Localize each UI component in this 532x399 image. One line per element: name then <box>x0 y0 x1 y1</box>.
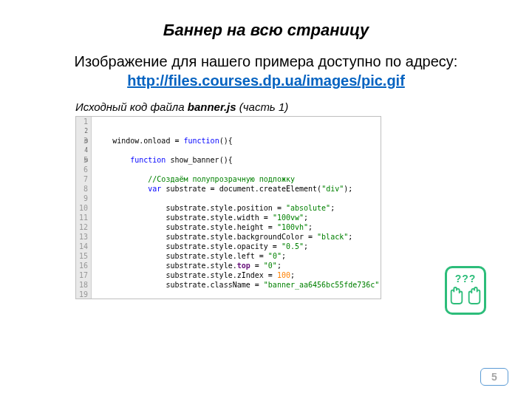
code-caption: Исходный код файла banner.js (часть 1) <box>75 100 304 115</box>
line-number: 18 <box>79 280 88 290</box>
line-number: 8 <box>79 184 88 194</box>
hand-right-icon <box>466 286 482 308</box>
line-number: 11 <box>79 213 88 222</box>
questions-icon: ??? <box>445 266 486 315</box>
line-number: 9 <box>79 194 88 203</box>
intro-prefix: Изображение для нашего примера доступно … <box>75 53 458 69</box>
line-number: 14 <box>79 242 88 251</box>
line-number: 6 <box>79 165 88 174</box>
line-number: 2 ⊟ <box>79 126 88 136</box>
line-number: 17 <box>79 270 88 280</box>
line-number: 15 <box>79 251 88 261</box>
line-number-gutter: 1 2 ⊟ 3 4 ⊟ 5 6 7 8 9 10 11 12 13 14 15 … <box>76 117 92 299</box>
line-number: 16 <box>79 261 88 270</box>
line-number: 4 ⊟ <box>79 146 88 155</box>
caption-prefix: Исходный код файла <box>75 100 188 113</box>
line-number: 7 <box>79 174 88 184</box>
line-number: 12 <box>79 222 88 232</box>
intro-text: Изображение для нашего примера доступно … <box>0 52 532 90</box>
code-content: window.onload = function(){ function sho… <box>92 117 381 299</box>
code-screenshot: 1 2 ⊟ 3 4 ⊟ 5 6 7 8 9 10 11 12 13 14 15 … <box>75 116 381 299</box>
page-number-badge: 5 <box>480 368 508 386</box>
line-number: 1 <box>79 117 88 126</box>
intro-link[interactable]: http://files.courses.dp.ua/images/pic.gi… <box>127 72 405 89</box>
line-number: 10 <box>79 203 88 213</box>
line-number: 19 <box>79 290 88 299</box>
line-number: 13 <box>79 232 88 242</box>
slide-title: Баннер на всю страницу <box>0 0 532 40</box>
caption-filename: banner.js <box>188 100 236 113</box>
hand-left-icon <box>449 286 465 308</box>
caption-suffix: (часть 1) <box>236 100 289 113</box>
hands-icon <box>449 286 482 308</box>
questions-label: ??? <box>455 273 477 284</box>
